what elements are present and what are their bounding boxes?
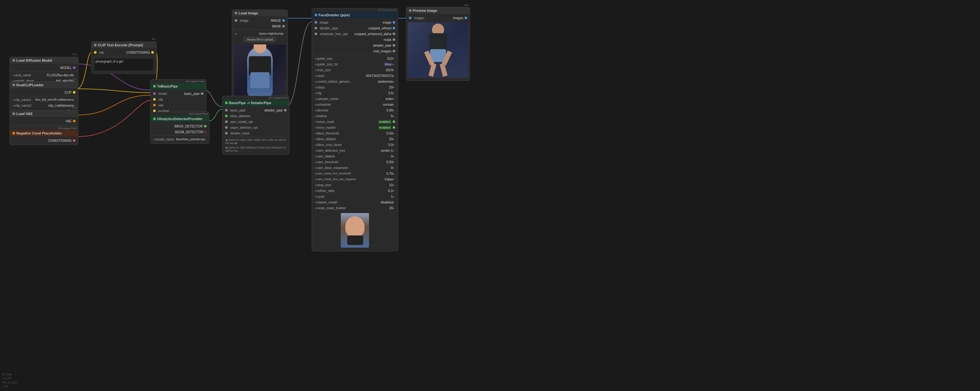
- guide-size-for-row: ◀ guide_size_for bbox ▶: [312, 61, 398, 67]
- preview-image-node: #44 Preview Image images images: [406, 7, 470, 81]
- wildcard-row: ◀ Select to add Wildcard Select the Wild…: [223, 146, 289, 153]
- cnet-images-out[interactable]: [393, 50, 395, 52]
- upload-row[interactable]: choose file to upload: [232, 36, 288, 43]
- node-id: #44: [464, 3, 468, 7]
- sam-neg-row: ◀ sam_mask_hint_use_negative False ▶: [312, 176, 398, 182]
- node-title: UltralyticsDetectorProvider: [157, 117, 202, 121]
- node-title: BasicPipe -> DetailerPipe: [229, 101, 271, 105]
- clip-in-port[interactable]: [94, 51, 97, 54]
- node-header: Load Diffusion Model: [10, 57, 78, 63]
- vae-row: vae: [151, 102, 206, 108]
- pack-label: #40 Impact Pack: [312, 8, 398, 12]
- mask-out[interactable]: [393, 38, 395, 41]
- model-out-port[interactable]: [73, 66, 75, 69]
- node-body: CONDITIONING: [10, 136, 78, 145]
- node-body: image IMAGE MASK ◀ 2pass-original.png ▶ …: [232, 16, 288, 103]
- node-title: Load Image: [239, 11, 258, 15]
- node-id: #12: [72, 53, 77, 56]
- noise-mask-row: ◀ noise_mask enabled: [312, 119, 398, 125]
- sam-bbox-exp-row: ◀ sam_bbox_expansion 0 ▶: [312, 165, 398, 171]
- noise-mask-indicator: [393, 120, 395, 123]
- node-body: BBOX_DETECTOR SEGM_DETECTOR ✕ ◀ model_na…: [151, 122, 209, 143]
- bbox-crop-row: ◀ bbox_crop_factor 3.0 ▶: [312, 142, 398, 147]
- clip-ports: clip CONDITIONING: [91, 49, 156, 55]
- segm-close-btn[interactable]: ✕: [204, 130, 207, 134]
- inpaint-model-row: ◀ inpaint_model disabled ▶: [312, 199, 398, 205]
- load-image-preview: [234, 44, 286, 100]
- mask-out-port[interactable]: [282, 25, 285, 27]
- unet-chevron[interactable]: ◀: [13, 74, 14, 77]
- sam-model-row: sam_model_opt: [223, 119, 289, 125]
- segm-det-row: SEGM_DETECTOR ✕: [151, 129, 209, 135]
- image-out-port[interactable]: [282, 19, 285, 22]
- detailer-hook-row: detailer_hook: [223, 130, 289, 136]
- cond-output-row: CONDITIONING: [10, 138, 78, 143]
- vae-in-port[interactable]: [153, 104, 156, 106]
- node-id: #10: [72, 106, 77, 109]
- node-id: #6: [152, 37, 155, 41]
- clip-out-port[interactable]: [73, 91, 75, 93]
- scheduler-in[interactable]: [315, 33, 317, 35]
- max-size-row: ◀ max_size 1024 ▶: [312, 67, 398, 73]
- cropped-refined-out[interactable]: [393, 27, 395, 29]
- unet-chevron-r[interactable]: ▶: [73, 74, 75, 77]
- sam-mask-hint-row: ◀ sam_mask_hint_threshold 0.70 ▶: [312, 171, 398, 176]
- load-diffusion-model-node: #12 Load Diffusion Model MODEL ◀ unet_na…: [10, 57, 78, 85]
- bbox-threshold-row: ◀ bbox_threshold 0.50 ▶: [312, 130, 398, 136]
- cond-out-port[interactable]: [73, 139, 75, 142]
- cond-out-port[interactable]: [151, 51, 154, 54]
- segm-det-in[interactable]: [225, 126, 228, 129]
- drop-size-row: ◀ drop_size 10 ▶: [312, 182, 398, 188]
- bbox-dilation-row: ◀ bbox_dilation 20 ▶: [312, 136, 398, 142]
- text-area-row: photograph of a girl: [91, 57, 156, 72]
- detailer-pipe-in[interactable]: [315, 27, 317, 29]
- node-header: DualCLIPLoader: [10, 82, 78, 88]
- scheduler-row: scheduler_func_opt cropped_enhanced_alph…: [312, 31, 398, 37]
- status-bar: Z: 0.0s x: 1.27 #5, 11 (11) t: 17: [3, 372, 17, 388]
- image-in[interactable]: [315, 21, 317, 24]
- det-pipe-out2[interactable]: [393, 44, 395, 47]
- images-in[interactable]: [409, 17, 412, 19]
- node-header: Preview Image: [406, 7, 470, 14]
- clip-output-row: CLIP: [10, 89, 78, 95]
- detailer-hook-in[interactable]: [225, 132, 228, 135]
- node-title: Preview Image: [413, 9, 437, 13]
- node-header: FaceDetailer (pipe): [312, 12, 398, 18]
- sam-model-in[interactable]: [225, 120, 228, 123]
- images-out[interactable]: [465, 17, 467, 19]
- clip-text-encode-node: #6 CLIP Text Encode (Prompt) clip CONDIT…: [91, 41, 157, 74]
- upload-button[interactable]: choose file to upload: [243, 37, 276, 42]
- force-inpaint-indicator: [393, 126, 395, 129]
- pack-label: #45 Impact Pack: [151, 112, 209, 116]
- items-status: #5, 11 (11): [3, 380, 17, 385]
- bbox-det-in[interactable]: [225, 115, 228, 117]
- node-title: CLIP Text Encode (Prompt): [98, 43, 143, 47]
- lora-row: ◀ Select to add LoRA Select the LoRA to …: [223, 138, 289, 146]
- node-id: #11: [72, 77, 77, 81]
- clipname2-row: ◀ clip_name2 clip_l.safetensors ▶: [10, 103, 78, 108]
- clipname1-row: ◀ clip_name1 t5xx_fp8_e4m3fn.safetensors…: [10, 97, 78, 103]
- prompt-text[interactable]: photograph of a girl: [94, 58, 154, 71]
- basic-pipe-in[interactable]: [225, 109, 228, 111]
- unet-label: unet_name: [15, 73, 31, 77]
- image-select-row: ◀ 2pass-original.png ▶: [232, 31, 288, 36]
- images-row: images images: [406, 15, 470, 21]
- detailer-pipe-out[interactable]: [284, 109, 286, 111]
- bbox-det-row: bbox_detector: [223, 113, 289, 119]
- node-body: clip CONDITIONING photograph of a girl: [91, 48, 156, 73]
- clip-value: CLIP: [65, 91, 72, 94]
- cycle-row: ◀ cycle 1 ▶: [312, 193, 398, 199]
- image-in-port[interactable]: [235, 19, 237, 22]
- bbox-det-out[interactable]: [204, 125, 207, 127]
- unet-row: ◀ unet_name FLUX1/flux-dev.sft ▶: [10, 72, 78, 78]
- xy-status: x: 1.27: [3, 376, 17, 380]
- neg-cond-placeholder-node: #34 Impact Pack Negative Cond Placeholde…: [10, 126, 78, 145]
- vae-out-port[interactable]: [73, 120, 75, 122]
- basic-pipe-out[interactable]: [201, 92, 204, 95]
- cron-enh-alpha-out[interactable]: [393, 33, 395, 35]
- clip-in-port[interactable]: [153, 98, 156, 101]
- basic-to-detailer-node: #41 Impact Pack BasicPipe -> DetailerPip…: [222, 96, 290, 155]
- model-in-port[interactable]: [153, 92, 156, 95]
- image-out-row: image IMAGE: [232, 17, 288, 23]
- image-out[interactable]: [393, 21, 395, 24]
